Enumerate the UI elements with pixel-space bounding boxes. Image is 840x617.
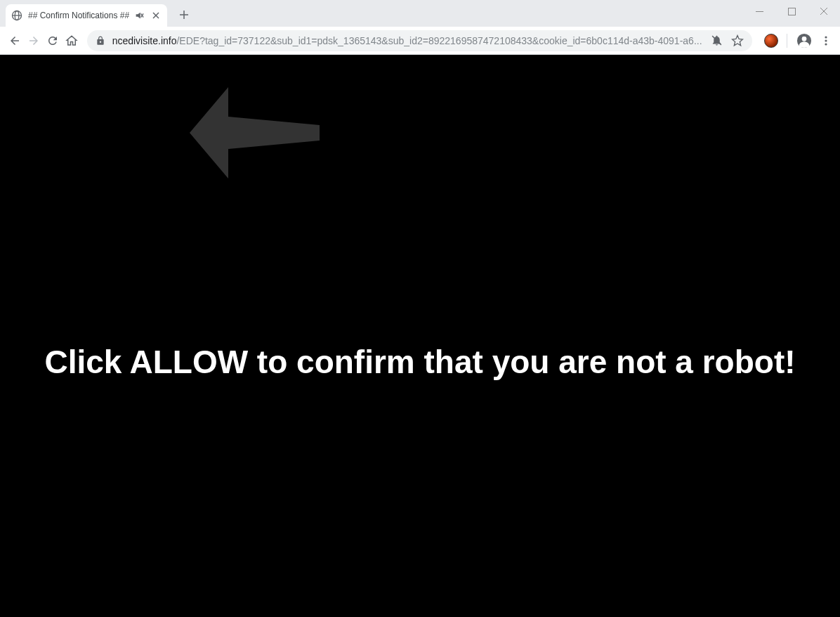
lock-icon[interactable]	[96, 36, 105, 46]
profile-button[interactable]	[796, 31, 813, 51]
minimize-button[interactable]	[743, 0, 775, 22]
svg-rect-10	[788, 8, 795, 15]
pointer-arrow-icon	[190, 87, 320, 178]
bookmark-star-icon[interactable]	[731, 34, 744, 47]
url-text: ncedivisite.info/EDE?tag_id=737122&sub_i…	[112, 35, 702, 46]
new-tab-button[interactable]	[174, 5, 194, 25]
back-button[interactable]	[6, 30, 25, 52]
svg-point-19	[825, 36, 827, 38]
svg-point-20	[825, 39, 827, 41]
tab-title: ## Confirm Notifications ##	[28, 11, 131, 20]
toolbar-divider	[787, 34, 787, 48]
url-path: /EDE?tag_id=737122&sub_id1=pdsk_1365143&…	[176, 35, 702, 46]
browser-title-bar: ## Confirm Notifications ##	[0, 0, 840, 27]
extension-icon[interactable]	[763, 31, 780, 51]
reload-button[interactable]	[44, 30, 63, 52]
forward-button[interactable]	[25, 30, 44, 52]
svg-point-21	[825, 43, 827, 45]
close-window-button[interactable]	[808, 0, 840, 22]
globe-icon	[11, 10, 22, 21]
browser-toolbar: ncedivisite.info/EDE?tag_id=737122&sub_i…	[0, 27, 840, 55]
page-content: Click ALLOW to confirm that you are not …	[0, 55, 840, 617]
notification-blocked-icon[interactable]	[711, 34, 723, 46]
window-controls	[743, 0, 840, 22]
audio-muted-icon[interactable]	[133, 10, 145, 21]
svg-point-18	[801, 37, 806, 41]
browser-tab[interactable]: ## Confirm Notifications ##	[6, 4, 167, 27]
url-domain: ncedivisite.info	[112, 35, 177, 46]
maximize-button[interactable]	[775, 0, 808, 22]
close-tab-icon[interactable]	[150, 10, 162, 21]
menu-button[interactable]	[818, 31, 834, 51]
address-bar[interactable]: ncedivisite.info/EDE?tag_id=737122&sub_i…	[87, 30, 752, 51]
main-instruction-text: Click ALLOW to confirm that you are not …	[0, 343, 840, 381]
home-button[interactable]	[63, 30, 81, 52]
